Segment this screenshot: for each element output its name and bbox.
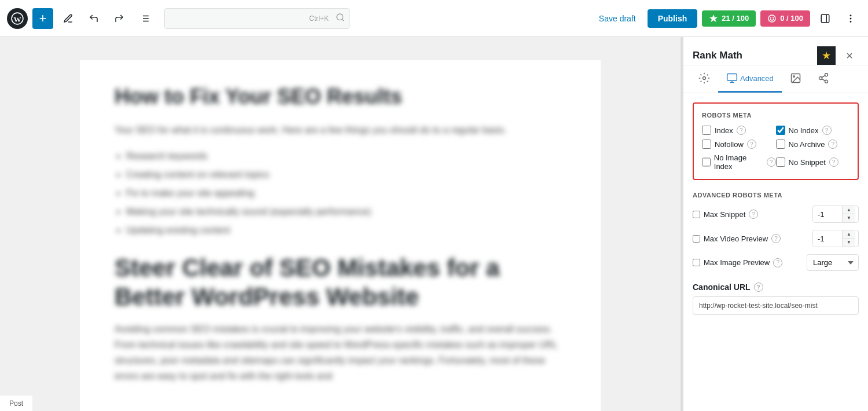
max-video-preview-label-wrap: Max Video Preview ? — [693, 234, 808, 243]
sidebar-title: Rank Math — [693, 50, 742, 61]
max-video-preview-up[interactable]: ▲ — [843, 230, 855, 238]
max-video-preview-help-icon[interactable]: ? — [771, 234, 781, 243]
svg-point-12 — [773, 17, 774, 18]
max-image-preview-select[interactable]: None Standard Large — [807, 254, 859, 271]
more-options-button[interactable] — [840, 8, 861, 29]
canonical-url-help-icon[interactable]: ? — [754, 282, 763, 292]
tab-snippet[interactable] — [782, 65, 810, 93]
tab-schema[interactable] — [810, 65, 837, 93]
editor-paragraph-2: Avoiding common SEO mistakes is crucial … — [115, 321, 566, 384]
readability-score-badge[interactable]: 0 / 100 — [760, 10, 810, 27]
max-snippet-down[interactable]: ▼ — [843, 214, 855, 222]
search-icon — [336, 13, 345, 24]
svg-rect-13 — [821, 14, 829, 23]
svg-point-10 — [768, 15, 775, 22]
robots-meta-section: ROBOTS META Index ? No Index ? — [693, 102, 859, 180]
tools-button[interactable] — [58, 8, 79, 29]
list-item: Updating existing content — [126, 221, 566, 240]
checkbox-nofollow-input[interactable] — [702, 140, 711, 149]
svg-point-16 — [850, 18, 851, 19]
svg-point-8 — [337, 14, 343, 20]
max-image-preview-label-wrap: Max Image Preview ? — [693, 258, 802, 267]
list-item: Making your site technically sound (espe… — [126, 203, 566, 221]
checkbox-no-image-index-input[interactable] — [702, 157, 711, 167]
editor-paragraph-1: Your SEO for what it is continuous work.… — [115, 122, 566, 138]
canonical-url-label-text: Canonical URL — [693, 282, 751, 292]
checkbox-no-snippet: No Snippet ? — [776, 153, 850, 171]
toolbar: W + Ctrl+K Save draft Publish 21 / 100 0… — [0, 0, 868, 37]
toggle-sidebar-button[interactable] — [815, 8, 836, 29]
sidebar-tabs: Advanced — [683, 65, 868, 93]
max-image-preview-row: Max Image Preview ? None Standard Large — [693, 254, 859, 271]
add-block-button[interactable]: + — [32, 8, 53, 29]
svg-line-27 — [822, 79, 825, 80]
max-image-preview-label: Max Image Preview — [704, 258, 770, 267]
checkbox-no-index-label: No Index — [789, 126, 819, 135]
sidebar-header: Rank Math ★ × — [683, 37, 868, 65]
max-video-preview-arrows: ▲ ▼ — [842, 230, 855, 247]
max-video-preview-label: Max Video Preview — [704, 234, 768, 243]
checkbox-no-index-input[interactable] — [776, 126, 785, 135]
checkbox-no-index: No Index ? — [776, 126, 850, 135]
svg-point-24 — [825, 74, 827, 76]
max-snippet-arrows: ▲ ▼ — [842, 206, 855, 222]
svg-point-25 — [819, 77, 822, 80]
no-image-index-help-icon[interactable]: ? — [767, 157, 776, 167]
max-video-preview-checkbox[interactable] — [693, 235, 700, 243]
canonical-url-input[interactable] — [693, 296, 859, 315]
checkbox-no-archive-label: No Archive — [789, 140, 825, 149]
svg-point-18 — [703, 77, 706, 80]
checkbox-nofollow: Nofollow ? — [702, 140, 776, 149]
redo-button[interactable] — [109, 8, 130, 29]
search-bar[interactable]: Ctrl+K — [164, 8, 350, 29]
right-sidebar: Rank Math ★ × Advanced — [683, 37, 868, 411]
max-image-preview-checkbox[interactable] — [693, 259, 700, 266]
status-bar-label: Post — [9, 399, 23, 408]
save-draft-button[interactable]: Save draft — [592, 9, 643, 28]
list-view-button[interactable] — [134, 8, 155, 29]
tab-advanced[interactable]: Advanced — [718, 65, 782, 93]
no-snippet-help-icon[interactable]: ? — [829, 157, 838, 167]
max-image-preview-help-icon[interactable]: ? — [773, 258, 782, 267]
max-video-preview-input[interactable] — [813, 231, 842, 247]
toolbar-right: Save draft Publish 21 / 100 0 / 100 — [592, 8, 861, 29]
checkbox-index-input[interactable] — [702, 126, 711, 135]
checkbox-nofollow-label: Nofollow — [715, 140, 744, 149]
max-snippet-label: Max Snippet — [704, 210, 745, 219]
sidebar-content: ROBOTS META Index ? No Index ? — [683, 93, 868, 411]
star-button[interactable]: ★ — [817, 46, 836, 65]
close-sidebar-button[interactable]: × — [840, 46, 859, 65]
publish-button[interactable]: Publish — [648, 9, 698, 28]
robots-meta-label: ROBOTS META — [702, 112, 849, 119]
checkbox-index: Index ? — [702, 126, 776, 135]
checkbox-no-snippet-input[interactable] — [776, 157, 785, 167]
robots-meta-grid: Index ? No Index ? Nofollow ? — [702, 126, 849, 171]
svg-point-17 — [850, 21, 851, 22]
tab-settings[interactable] — [690, 65, 718, 93]
checkbox-no-image-index-label: No Image Index — [714, 153, 763, 171]
no-archive-help-icon[interactable]: ? — [828, 140, 837, 149]
seo-score-value: 21 / 100 — [722, 14, 749, 23]
max-snippet-input[interactable] — [813, 207, 842, 222]
max-snippet-help-icon[interactable]: ? — [749, 210, 758, 219]
list-item: Fix to make your site appealing — [126, 184, 566, 203]
max-video-preview-down[interactable]: ▼ — [843, 238, 855, 247]
undo-button[interactable] — [83, 8, 104, 29]
editor-area[interactable]: How to Fix Your SEO Results Your SEO for… — [0, 37, 681, 411]
list-item: Research keywords — [126, 147, 566, 166]
no-index-help-icon[interactable]: ? — [822, 126, 832, 135]
checkbox-no-archive-input[interactable] — [776, 140, 785, 149]
sidebar-header-icons: ★ × — [817, 46, 859, 65]
index-help-icon[interactable]: ? — [737, 126, 746, 135]
svg-line-9 — [342, 19, 344, 21]
max-snippet-up[interactable]: ▲ — [843, 206, 855, 214]
max-snippet-checkbox[interactable] — [693, 211, 700, 218]
ctrl-k-hint: Ctrl+K — [309, 14, 329, 23]
wp-logo-icon[interactable]: W — [7, 8, 28, 29]
readability-score-value: 0 / 100 — [780, 14, 803, 23]
advanced-robots-label: ADVANCED ROBOTS META — [693, 192, 859, 199]
seo-score-badge[interactable]: 21 / 100 — [702, 10, 756, 27]
nofollow-help-icon[interactable]: ? — [747, 140, 756, 149]
svg-rect-19 — [727, 74, 737, 81]
main-layout: How to Fix Your SEO Results Your SEO for… — [0, 37, 868, 411]
